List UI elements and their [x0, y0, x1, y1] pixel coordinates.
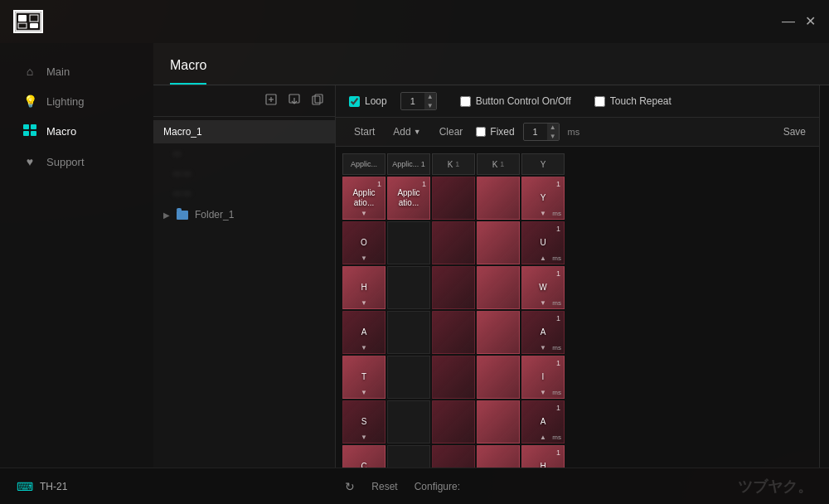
macro-actions-bar: Start Add ▼ Clear Fixed	[336, 118, 819, 147]
loop-spinners: ▲ ▼	[424, 92, 436, 110]
fixed-checkbox[interactable]	[476, 127, 486, 137]
save-button[interactable]: Save	[783, 126, 806, 138]
sidebar-item-support[interactable]: ♥ Support	[0, 147, 153, 177]
sidebar-item-main[interactable]: ⌂ Main	[0, 56, 153, 86]
grid-cell-1-4[interactable]	[387, 356, 430, 399]
grid-cell-2-6[interactable]	[432, 445, 475, 468]
add-label: Add	[393, 126, 410, 138]
footer-watermark: ツブヤク。	[738, 477, 812, 497]
macro-column-2: K1 O	[432, 153, 475, 468]
grid-cell-1-0[interactable]: Applicatio... 1	[387, 177, 430, 220]
grid-cell-2-2[interactable]	[432, 266, 475, 309]
macro-group-1: Macro_1 🗑 ··· 🗑 ··· ··· 🗑	[153, 120, 335, 203]
add-button[interactable]: Add ▼	[388, 124, 425, 140]
grid-cell-3-2[interactable]	[477, 266, 520, 309]
grid-cell-1-1[interactable]	[387, 221, 430, 264]
ms-increment-button[interactable]: ▲	[547, 123, 559, 132]
grid-cell-3-6[interactable]	[477, 445, 520, 468]
close-button[interactable]: ✕	[805, 15, 816, 28]
grid-cell-3-3[interactable]	[477, 311, 520, 354]
grid-cell-4-4[interactable]: I 1 ▼ ms	[521, 356, 565, 399]
grid-cell-1-3[interactable]	[387, 311, 430, 354]
grid-cell-0-2[interactable]: H ▼	[342, 266, 385, 309]
grid-cell-4-0[interactable]: Y 1 ▼ ms	[521, 177, 565, 220]
start-button[interactable]: Start	[349, 124, 380, 140]
macro-sub-label-3: ··· ···	[173, 188, 191, 198]
loop-increment-button[interactable]: ▲	[424, 92, 436, 101]
grid-cell-3-4[interactable]	[477, 356, 520, 399]
grid-cell-0-4[interactable]: T ▼	[342, 356, 385, 399]
grid-cell-4-3[interactable]: A 1 ▼ ms	[521, 311, 565, 354]
duplicate-macro-button[interactable]	[308, 92, 327, 109]
reset-button[interactable]: Reset	[371, 481, 397, 492]
minimize-button[interactable]: —	[782, 15, 795, 28]
grid-cell-3-1[interactable]	[477, 221, 520, 264]
macro-sub-item-2[interactable]: ··· ··· 🗑	[153, 163, 335, 183]
grid-cell-4-2[interactable]: W 1 ▼ ms	[521, 266, 565, 309]
clear-button[interactable]: Clear	[434, 124, 468, 140]
grid-header-0: Applic...	[342, 153, 385, 175]
sidebar-label-main: Main	[46, 65, 70, 78]
grid-cell-0-0[interactable]: Applicatio... 1 ▼	[342, 177, 385, 220]
macro-sub-item-3[interactable]: ··· ··· 🗑	[153, 183, 335, 203]
grid-cell-4-6[interactable]: H 1 ▼ ms	[521, 445, 565, 468]
loop-decrement-button[interactable]: ▼	[424, 101, 436, 110]
macro-sub-item-1[interactable]: ··· 🗑	[153, 143, 335, 163]
folder-label: Folder_1	[195, 209, 234, 220]
new-macro-button[interactable]	[262, 92, 280, 109]
macro-column-1: Applic... 1 Applicatio... 1	[387, 153, 430, 468]
ms-value-input[interactable]	[524, 127, 547, 137]
grid-cell-4-5[interactable]: A 1 ▲ ms	[521, 400, 565, 443]
grid-cell-0-3[interactable]: A ▼	[342, 311, 385, 354]
loop-checkbox[interactable]	[349, 96, 360, 107]
grid-header-2: K1	[432, 153, 475, 175]
button-control-label[interactable]: Button Control On/Off	[460, 95, 571, 107]
touch-repeat-label[interactable]: Touch Repeat	[594, 95, 671, 107]
title-bar: — ✕	[0, 0, 829, 43]
macro-icon	[23, 124, 36, 138]
grid-cell-2-5[interactable]	[432, 400, 475, 443]
grid-cell-2-1[interactable]	[432, 221, 475, 264]
macro-grid: Applic... Applicatio... 1 ▼ O ▼	[342, 153, 812, 468]
vertical-scrollbar[interactable]	[819, 85, 829, 468]
grid-cell-1-5[interactable]	[387, 400, 430, 443]
loop-label: Loop	[365, 95, 387, 107]
grid-cell-0-6[interactable]: C ▼	[342, 445, 385, 468]
ms-decrement-button[interactable]: ▼	[547, 132, 559, 141]
macro-grid-container[interactable]: Applic... Applicatio... 1 ▼ O ▼	[336, 147, 819, 468]
svg-rect-6	[31, 124, 36, 129]
refresh-button[interactable]: ↻	[345, 480, 355, 493]
svg-rect-7	[23, 131, 29, 136]
folder-arrow-icon: ▶	[163, 211, 170, 220]
sidebar-item-lighting[interactable]: 💡 Lighting	[0, 86, 153, 116]
grid-cell-4-1[interactable]: U 1 ▲ ms	[521, 221, 565, 264]
grid-cell-1-2[interactable]	[387, 266, 430, 309]
macro-list: Macro_1 🗑 ··· 🗑 ··· ··· 🗑	[153, 117, 335, 468]
grid-cell-3-0[interactable]	[477, 177, 520, 220]
grid-cell-3-5[interactable]	[477, 400, 520, 443]
loop-checkbox-label[interactable]: Loop	[349, 95, 387, 107]
grid-cell-0-5[interactable]: S ▼	[342, 400, 385, 443]
grid-cell-2-4[interactable]	[432, 356, 475, 399]
grid-cell-1-6[interactable]	[387, 445, 430, 468]
sidebar-item-macro[interactable]: Macro	[0, 116, 153, 147]
grid-cell-0-1[interactable]: O ▼	[342, 221, 385, 264]
svg-rect-2	[30, 15, 38, 22]
import-macro-button[interactable]	[285, 92, 303, 109]
folder-item-1[interactable]: ▶ Folder_1	[153, 203, 335, 226]
macro-item-macro1[interactable]: Macro_1 🗑	[153, 120, 335, 143]
touch-repeat-checkbox[interactable]	[594, 96, 605, 107]
sidebar: ⌂ Main 💡 Lighting Macro ♥	[0, 43, 153, 468]
grid-cell-2-3[interactable]	[432, 311, 475, 354]
footer: ⌨ TH-21 ↻ Reset Configure: ツブヤク。	[0, 468, 829, 504]
macro-editor: Loop ▲ ▼ Button Control On/Off	[336, 85, 819, 468]
loop-value-input[interactable]	[401, 96, 424, 106]
sidebar-label-support: Support	[46, 156, 85, 168]
loop-value-input-group: ▲ ▼	[400, 92, 437, 110]
macro-column-0: Applic... Applicatio... 1 ▼ O ▼	[342, 153, 385, 468]
grid-cell-2-0[interactable]	[432, 177, 475, 220]
button-control-checkbox[interactable]	[460, 96, 471, 107]
device-name: TH-21	[40, 481, 67, 492]
fixed-label[interactable]: Fixed	[476, 126, 514, 138]
lighting-icon: 💡	[23, 94, 36, 108]
